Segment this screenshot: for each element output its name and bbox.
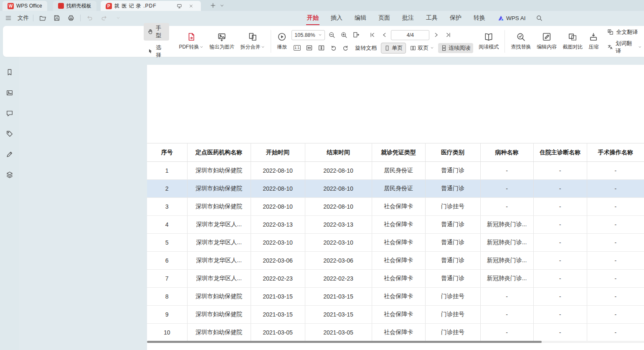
print-icon[interactable] [66,13,76,23]
ribbon-tab-2[interactable]: 编辑 [355,14,366,22]
rotate-right-icon[interactable] [340,43,351,54]
word-translation-button[interactable]: 划词翻译 [605,39,644,56]
prev-page-icon[interactable] [379,30,390,41]
horizontal-scrollbar-thumb[interactable] [147,341,542,343]
ribbon-tab-7[interactable]: 转换 [474,14,485,22]
page-indicator: 4/4 [407,32,414,38]
export-image-icon [217,32,226,41]
table-cell: 深圳市妇幼保健院 [187,180,251,198]
tab-label: 就 医 记 录 .PDF [114,3,172,10]
find-replace-button[interactable]: 查找替换 [508,31,534,51]
actual-size-icon[interactable]: 1:1 [292,43,302,54]
screenshot-compare-button[interactable]: 截图对比 [560,31,586,51]
compress-button[interactable]: 压缩 [586,31,601,51]
wps-logo-icon: W [8,3,14,9]
window-tab-bar: W WPS Office 找稻壳模板 P 就 医 记 录 .PDF [0,0,644,11]
redo-icon[interactable] [99,13,109,23]
bookmark-icon[interactable] [4,66,15,78]
table-cell: - [587,180,644,198]
comment-icon[interactable] [4,107,15,119]
table-header-row: 序号定点医药机构名称开始时间结束时间就诊凭证类型医疗类别病种名称住院主诊断名称手… [147,143,644,162]
extract-pages-icon[interactable] [350,30,361,41]
tab-wps-office[interactable]: W WPS Office [3,1,47,11]
table-cell: 居民身份证 [372,162,425,180]
fit-page-icon[interactable] [316,43,327,54]
double-page-button[interactable]: 双页 [407,43,437,53]
ribbon-tab-5[interactable]: 工具 [426,14,438,22]
ribbon-tab-6[interactable]: 保护 [450,14,461,22]
ribbon-tab-4[interactable]: 批注 [402,14,414,22]
table-cell: 社会保障卡 [372,198,425,216]
last-page-icon[interactable] [443,30,454,41]
search-icon[interactable] [534,13,544,23]
ribbon-tabs: 开始插入编辑页面批注工具保护转换 [307,11,485,25]
pdf-convert-button[interactable]: PDF转换 [176,31,206,51]
rotate-document-button[interactable]: 旋转文档 [352,43,380,53]
first-page-icon[interactable] [367,30,378,41]
tab-docer-templates[interactable]: 找稻壳模板 [53,1,96,11]
table-cell: 4 [147,216,187,234]
play-button[interactable]: 播放 [274,31,290,51]
open-file-icon[interactable] [38,13,48,23]
hand-tool-button[interactable]: 手型 [144,23,169,41]
new-tab-button[interactable] [208,0,218,11]
table-cell: - [587,162,644,180]
tab-document[interactable]: P 就 医 记 录 .PDF [101,1,201,11]
left-panel-bar [0,57,19,350]
monitor-icon[interactable] [175,1,184,11]
split-merge-button[interactable]: 拆分合并 [237,31,268,51]
table-row: 5深圳市龙华区人...2022-03-102022-03-10社会保障卡普通门诊… [147,234,644,252]
play-icon [277,32,287,41]
chevron-down-icon [261,45,265,49]
zoom-select[interactable]: 105.88% [292,30,325,40]
page-number-input[interactable]: 4/4 [391,30,429,40]
zoom-in-icon[interactable] [338,30,349,41]
export-image-button[interactable]: 输出为图片 [206,31,237,51]
table-cell: 深圳市妇幼保健院 [187,288,251,306]
read-mode-button[interactable]: 阅读模式 [476,31,502,51]
thumbnails-icon[interactable] [4,87,15,99]
layers-icon[interactable] [4,169,15,181]
rotate-left-icon[interactable] [328,43,339,54]
table-cell: 普通门诊 [425,252,480,270]
record-table: 序号定点医药机构名称开始时间结束时间就诊凭证类型医疗类别病种名称住院主诊断名称手… [147,143,644,342]
next-page-icon[interactable] [431,30,441,41]
main-menu-icon[interactable] [3,13,13,23]
ribbon-tab-1[interactable]: 插入 [331,14,342,22]
document-viewport[interactable]: 序号定点医药机构名称开始时间结束时间就诊凭证类型医疗类别病种名称住院主诊断名称手… [19,57,644,350]
column-header: 序号 [147,143,187,162]
table-cell: - [533,198,587,216]
tag-icon[interactable] [4,128,15,140]
ribbon-tab-0[interactable]: 开始 [307,14,319,22]
continuous-read-button[interactable]: 连续阅读 [438,43,473,53]
ribbon-tab-3[interactable]: 页面 [378,14,390,22]
table-cell: - [480,288,533,306]
file-menu[interactable]: 文件 [18,14,29,22]
table-cell: 普通门诊 [425,234,480,252]
full-translation-button[interactable]: 全文翻译 [605,28,644,37]
history-chevron-icon[interactable] [113,13,123,23]
table-cell: 2021-03-15 [251,306,305,324]
zoom-out-icon[interactable] [326,30,337,41]
table-cell: 普通门诊 [425,162,480,180]
wps-ai-button[interactable]: WPS AI [498,15,526,21]
toolbar-separator [505,30,505,53]
pdf-convert-label: PDF转换 [179,43,199,51]
chevron-down-icon [430,46,434,50]
tab-list-chevron-icon[interactable] [218,0,227,11]
single-page-button[interactable]: 单页 [381,43,406,54]
column-header: 病种名称 [480,143,533,162]
full-translation-icon [607,29,614,35]
table-cell: - [587,216,644,234]
column-header: 定点医药机构名称 [187,143,251,162]
table-cell: 10 [147,324,187,342]
tab-label: 找稻壳模板 [66,3,91,10]
pen-icon[interactable] [4,148,15,160]
edit-content-button[interactable]: 编辑内容 [534,31,560,51]
fit-width-icon[interactable] [304,43,314,54]
close-tab-icon[interactable] [187,1,196,11]
table-cell: 2022-02-23 [305,270,372,288]
save-icon[interactable] [52,13,62,23]
table-cell: 2022-08-10 [305,198,372,216]
undo-icon[interactable] [85,13,95,23]
